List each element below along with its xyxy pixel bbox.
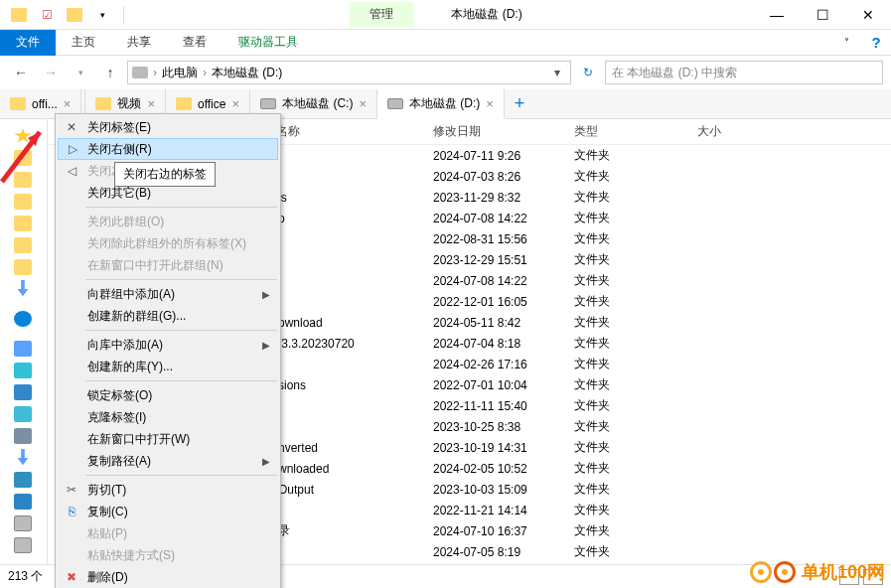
address-bar[interactable]: › 此电脑 › 本地磁盘 (D:) ▾ — [127, 61, 571, 84]
ribbon: 文件 主页 共享 查看 驱动器工具 ˅ ? — [0, 30, 891, 56]
tab[interactable]: 本地磁盘 (D:)× — [377, 89, 505, 119]
menu-item: 关闭此群组(O) — [58, 211, 278, 232]
file-date: 2024-02-05 10:52 — [433, 462, 574, 476]
menu-label: 粘贴快捷方式(S) — [87, 547, 175, 564]
menu-item[interactable]: ✖删除(D) — [58, 566, 278, 588]
search-input[interactable]: 在 本地磁盘 (D:) 中搜索 — [605, 61, 883, 84]
file-type: 文件夹 — [574, 376, 697, 393]
qat-folder-icon[interactable] — [64, 4, 85, 26]
menu-label: 粘贴(P) — [87, 525, 127, 542]
ribbon-share[interactable]: 共享 — [111, 30, 167, 55]
qat-dropdown[interactable]: ▾ — [91, 4, 113, 26]
x-icon: ✕ — [64, 119, 79, 135]
nav-back-button[interactable]: ← — [8, 60, 34, 85]
tab-label: 本地磁盘 (D:) — [409, 95, 480, 112]
menu-item[interactable]: ▷关闭右侧(R) — [58, 138, 278, 160]
file-type: 文件夹 — [574, 293, 697, 310]
sidebar-downloads[interactable] — [0, 278, 47, 300]
ribbon-file[interactable]: 文件 — [0, 30, 56, 56]
file-date: 2022-11-11 15:40 — [433, 399, 574, 413]
ribbon-home[interactable]: 主页 — [56, 30, 111, 55]
col-size[interactable]: 大小 — [697, 123, 891, 140]
file-date: 2024-02-26 17:16 — [433, 358, 574, 371]
menu-item[interactable]: 锁定标签(O) — [58, 384, 278, 406]
new-tab-button[interactable]: + — [505, 89, 534, 118]
sidebar-pictures[interactable] — [0, 403, 47, 425]
nav-history-dropdown[interactable]: ▾ — [68, 60, 93, 85]
tab-label: offi... — [32, 97, 58, 111]
del-icon: ✖ — [64, 569, 79, 585]
nav-sidebar — [0, 119, 48, 566]
sidebar-3d-objects[interactable] — [0, 360, 47, 381]
sidebar-folder[interactable] — [0, 191, 47, 213]
tab-close-icon[interactable]: × — [486, 96, 494, 111]
menu-item[interactable]: 创建新的群组(G)... — [58, 305, 278, 327]
ribbon-context-tab[interactable]: 管理 — [350, 2, 413, 27]
sidebar-documents[interactable] — [0, 425, 47, 447]
menu-item[interactable]: ✕关闭标签(E) — [58, 116, 278, 138]
col-date[interactable]: 修改日期 — [433, 123, 574, 140]
menu-label: 锁定标签(O) — [87, 387, 152, 404]
file-type: 文件夹 — [574, 272, 697, 289]
file-type: 文件夹 — [574, 543, 697, 560]
folder-icon — [95, 97, 111, 110]
tab-close-icon[interactable]: × — [64, 96, 72, 111]
menu-label: 复制路径(A) — [87, 453, 151, 470]
sidebar-downloads[interactable] — [0, 447, 47, 469]
file-date: 2022-08-31 15:56 — [433, 232, 574, 246]
menu-item[interactable]: ⎘复制(C) — [58, 501, 278, 522]
app-icon[interactable] — [8, 4, 30, 26]
address-dropdown[interactable]: ▾ — [548, 66, 566, 79]
window-title: 本地磁盘 (D:) — [441, 2, 531, 27]
maximize-button[interactable]: ☐ — [800, 0, 845, 30]
qat-check-icon[interactable]: ☑ — [36, 4, 58, 26]
close-button[interactable]: ✕ — [845, 0, 891, 30]
menu-item[interactable]: 创建新的库(Y)... — [58, 356, 278, 377]
menu-item: 关闭除此群组外的所有标签(X) — [58, 232, 278, 254]
sidebar-this-pc[interactable] — [0, 338, 47, 360]
folder-icon — [10, 97, 26, 110]
sidebar-desktop[interactable] — [0, 491, 47, 513]
ribbon-collapse-icon[interactable]: ˅ — [831, 37, 861, 48]
col-type[interactable]: 类型 — [574, 123, 697, 140]
submenu-arrow-icon: ▶ — [262, 340, 270, 351]
chevron-right-icon[interactable]: › — [150, 66, 160, 79]
sidebar-drive-c[interactable] — [0, 513, 47, 534]
menu-label: 删除(D) — [87, 569, 128, 586]
file-date: 2022-07-01 10:04 — [433, 378, 574, 392]
sidebar-music[interactable] — [0, 469, 47, 491]
sidebar-drive-d[interactable] — [0, 534, 47, 556]
nav-forward-button[interactable]: → — [38, 60, 64, 85]
tab-close-icon[interactable]: × — [231, 96, 239, 111]
nav-up-button[interactable]: ↑ — [97, 60, 123, 85]
item-count: 213 个 — [8, 568, 43, 585]
menu-item[interactable]: ✂剪切(T) — [58, 479, 278, 501]
ltab-icon: ◁ — [64, 163, 79, 179]
menu-item[interactable]: 复制路径(A)▶ — [58, 450, 278, 472]
menu-item[interactable]: 在新窗口中打开(W) — [58, 428, 278, 450]
sidebar-onedrive[interactable] — [0, 308, 47, 330]
file-type: 文件夹 — [574, 335, 697, 352]
help-icon[interactable]: ? — [861, 34, 891, 51]
menu-item[interactable]: 向群组中添加(A)▶ — [58, 283, 278, 305]
chevron-right-icon[interactable]: › — [200, 66, 210, 79]
menu-item[interactable]: 向库中添加(A)▶ — [58, 334, 278, 356]
breadcrumb-drive[interactable]: 本地磁盘 (D:) — [212, 65, 282, 81]
ribbon-view[interactable]: 查看 — [167, 30, 223, 55]
file-date: 2022-11-21 14:14 — [433, 504, 574, 517]
sidebar-folder[interactable] — [0, 234, 47, 256]
tab-close-icon[interactable]: × — [147, 96, 155, 111]
menu-label: 创建新的群组(G)... — [87, 308, 186, 325]
ribbon-drive-tools[interactable]: 驱动器工具 — [223, 30, 314, 55]
menu-item[interactable]: 克隆标签(I) — [58, 406, 278, 428]
sidebar-folder[interactable] — [0, 213, 47, 234]
menu-label: 向库中添加(A) — [87, 337, 163, 354]
tab-close-icon[interactable]: × — [359, 96, 367, 111]
sidebar-videos[interactable] — [0, 381, 47, 403]
file-date: 2024-05-11 8:42 — [433, 316, 574, 330]
minimize-button[interactable]: — — [754, 0, 800, 30]
watermark: 单机100网 — [750, 560, 885, 584]
refresh-button[interactable]: ↻ — [575, 66, 601, 79]
sidebar-folder[interactable] — [0, 256, 47, 278]
breadcrumb-pc[interactable]: 此电脑 — [162, 65, 198, 81]
